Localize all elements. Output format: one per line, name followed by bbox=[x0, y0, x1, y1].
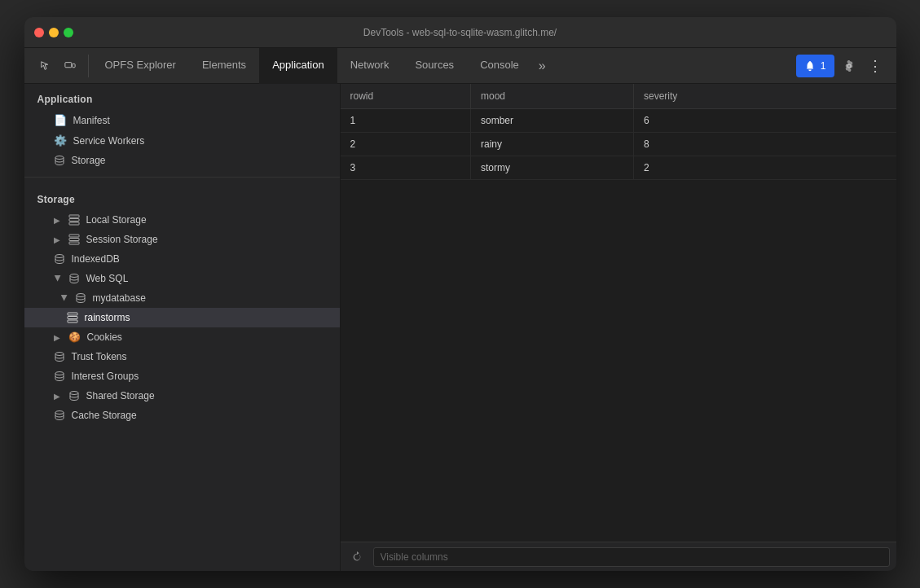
sidebar-item-service-workers[interactable]: ⚙️ Service Workers bbox=[24, 130, 340, 151]
cell-mood: somber bbox=[471, 109, 634, 133]
more-options-button[interactable]: ⋮ bbox=[864, 55, 887, 77]
cell-rowid: 1 bbox=[341, 109, 471, 133]
sidebar-item-session-storage[interactable]: ▶ Session Storage bbox=[24, 230, 340, 249]
toolbar-tabs: OPFS Explorer Elements Application Netwo… bbox=[92, 48, 796, 84]
svg-rect-13 bbox=[68, 317, 77, 319]
storage-section-header: Storage bbox=[24, 184, 340, 210]
device-toggle-button[interactable] bbox=[59, 55, 81, 77]
sidebar-item-manifest[interactable]: 📄 Manifest bbox=[24, 110, 340, 130]
table-body: 1somber62rainy83stormy2 bbox=[341, 109, 896, 180]
tab-application[interactable]: Application bbox=[259, 48, 337, 84]
cell-severity: 8 bbox=[634, 133, 896, 156]
settings-button[interactable] bbox=[838, 55, 861, 77]
svg-point-16 bbox=[55, 372, 64, 375]
cell-rowid: 3 bbox=[341, 156, 471, 180]
toolbar-inspect-icons bbox=[28, 55, 89, 77]
sidebar-item-cookies[interactable]: ▶ 🍪 Cookies bbox=[24, 327, 340, 347]
toolbar: OPFS Explorer Elements Application Netwo… bbox=[24, 48, 896, 84]
session-storage-arrow: ▶ bbox=[54, 235, 62, 244]
svg-point-10 bbox=[70, 274, 78, 278]
traffic-lights bbox=[34, 28, 73, 37]
window-title: DevTools - web-sql-to-sqlite-wasm.glitch… bbox=[363, 27, 557, 38]
column-header-severity: severity bbox=[634, 84, 896, 109]
devtools-window: DevTools - web-sql-to-sqlite-wasm.glitch… bbox=[24, 17, 896, 571]
sidebar-item-trust-tokens[interactable]: Trust Tokens bbox=[24, 347, 340, 366]
tab-console[interactable]: Console bbox=[467, 48, 532, 84]
svg-rect-0 bbox=[64, 62, 71, 67]
data-table[interactable]: rowid mood severity 1somber62rainy83stor… bbox=[341, 84, 896, 542]
tab-network[interactable]: Network bbox=[337, 48, 403, 84]
svg-point-18 bbox=[55, 411, 64, 415]
svg-rect-4 bbox=[69, 219, 79, 222]
svg-rect-12 bbox=[68, 313, 77, 315]
mydatabase-arrow: ▶ bbox=[59, 294, 68, 302]
results-table: rowid mood severity 1somber62rainy83stor… bbox=[341, 84, 896, 180]
main-content: Application 📄 Manifest ⚙️ Service Worker… bbox=[24, 84, 896, 571]
svg-rect-5 bbox=[69, 222, 79, 225]
maximize-button[interactable] bbox=[64, 28, 73, 37]
inspect-element-button[interactable] bbox=[34, 55, 57, 77]
svg-rect-7 bbox=[69, 239, 79, 241]
sidebar-item-local-storage[interactable]: ▶ Local Storage bbox=[24, 210, 340, 230]
visible-columns-input[interactable] bbox=[373, 547, 890, 567]
tab-elements[interactable]: Elements bbox=[189, 48, 259, 84]
table-header-row: rowid mood severity bbox=[341, 84, 896, 109]
svg-rect-3 bbox=[69, 215, 79, 217]
cell-severity: 6 bbox=[634, 109, 896, 133]
close-button[interactable] bbox=[34, 28, 44, 37]
column-header-mood: mood bbox=[471, 84, 634, 109]
cell-mood: rainy bbox=[471, 133, 634, 156]
sidebar-item-web-sql[interactable]: ▶ Web SQL bbox=[24, 269, 340, 288]
sidebar-item-storage-app[interactable]: Storage bbox=[24, 151, 340, 170]
svg-rect-6 bbox=[69, 235, 79, 237]
tab-opfs[interactable]: OPFS Explorer bbox=[92, 48, 189, 84]
svg-point-15 bbox=[55, 353, 64, 356]
table-row: 3stormy2 bbox=[341, 156, 896, 180]
sidebar-item-interest-groups[interactable]: Interest Groups bbox=[24, 366, 340, 386]
table-row: 2rainy8 bbox=[341, 133, 896, 156]
sidebar-item-mydatabase[interactable]: ▶ mydatabase bbox=[24, 288, 340, 308]
toolbar-right-actions: 1 ⋮ bbox=[796, 55, 893, 77]
table-row: 1somber6 bbox=[341, 109, 896, 133]
bottom-bar bbox=[341, 542, 896, 571]
title-bar: DevTools - web-sql-to-sqlite-wasm.glitch… bbox=[24, 17, 896, 48]
svg-rect-1 bbox=[72, 64, 75, 67]
shared-storage-arrow: ▶ bbox=[54, 392, 62, 401]
sidebar-item-indexeddb[interactable]: IndexedDB bbox=[24, 249, 340, 269]
sidebar-item-cache-storage[interactable]: Cache Storage bbox=[24, 406, 340, 425]
cell-rowid: 2 bbox=[341, 133, 471, 156]
svg-point-11 bbox=[77, 294, 85, 297]
svg-point-9 bbox=[55, 255, 64, 258]
cell-mood: stormy bbox=[471, 156, 634, 180]
column-header-rowid: rowid bbox=[341, 84, 471, 109]
svg-point-2 bbox=[55, 156, 64, 160]
local-storage-arrow: ▶ bbox=[54, 216, 62, 225]
svg-rect-8 bbox=[69, 242, 79, 244]
content-area: rowid mood severity 1somber62rainy83stor… bbox=[341, 84, 896, 571]
sidebar: Application 📄 Manifest ⚙️ Service Worker… bbox=[24, 84, 341, 571]
refresh-button[interactable] bbox=[347, 547, 367, 567]
sidebar-item-rainstorms[interactable]: rainstorms bbox=[24, 308, 340, 327]
cell-severity: 2 bbox=[634, 156, 896, 180]
notifications-button[interactable]: 1 bbox=[796, 55, 834, 77]
more-tabs-button[interactable]: » bbox=[532, 48, 552, 84]
svg-rect-14 bbox=[68, 320, 77, 323]
application-section-header: Application bbox=[24, 84, 340, 110]
sidebar-item-shared-storage[interactable]: ▶ Shared Storage bbox=[24, 386, 340, 406]
tab-sources[interactable]: Sources bbox=[402, 48, 467, 84]
web-sql-arrow: ▶ bbox=[53, 274, 62, 283]
svg-point-17 bbox=[70, 392, 78, 395]
cookies-arrow: ▶ bbox=[54, 333, 62, 342]
minimize-button[interactable] bbox=[49, 28, 59, 37]
